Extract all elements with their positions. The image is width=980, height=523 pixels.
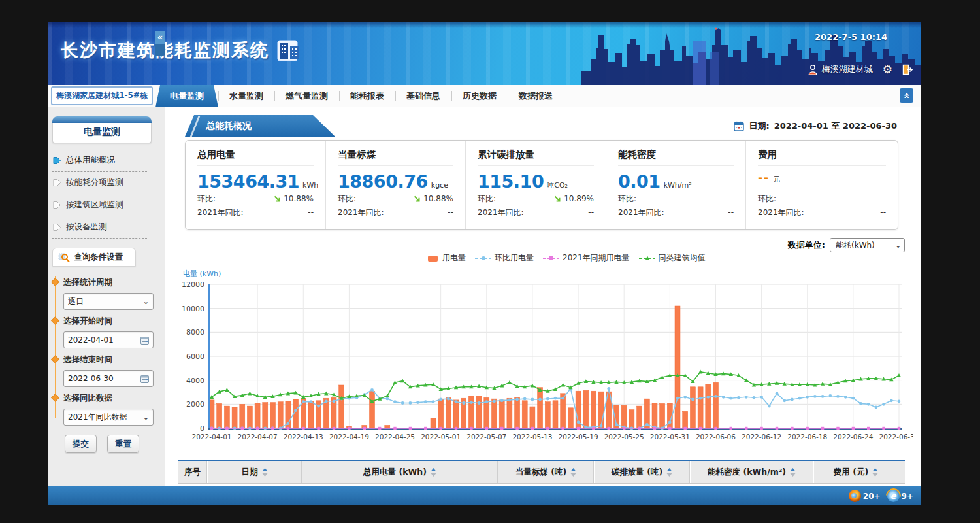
svg-text:2022-06-12: 2022-06-12 [742,433,781,441]
username-label[interactable]: 梅溪湖建材城 [822,63,873,75]
sidebar: 电量监测 总体用能概况 按能耗分项监测 按建筑区域监测 按设备监测 查询条件设置… [48,107,166,486]
table-header-总用电量 (kWh)[interactable]: 总用电量 (kWh) [302,461,498,483]
trend-down-icon [553,195,561,203]
sort-icon[interactable] [666,468,672,477]
trend-down-icon [273,195,281,203]
card-mom-row: 环比: 10.89% [478,192,594,206]
card-yoy-row: 2021年同比:-- [758,206,886,220]
data-unit-select[interactable]: 能耗(kWh)⌄ [830,238,905,252]
svg-text:2022-04-13: 2022-04-13 [284,433,323,441]
tab-历史数据[interactable]: 历史数据 [451,85,508,107]
table-header-费用 (元)[interactable]: 费用 (元) [813,461,898,483]
sort-icon[interactable] [431,468,436,477]
firefox-icon [849,490,861,502]
app-logo: 长沙市建筑能耗监测系统 [61,39,302,62]
card-mom-row: 环比:-- [758,192,886,206]
energy-chart: 0200040006000800010000120002022-04-01202… [182,267,913,456]
query-buttons: 提交 重置 [65,435,165,453]
arrow-right-icon [53,223,61,231]
tab-水量监测[interactable]: 水量监测 [218,85,274,107]
firefox-version-badge: 20+ [849,490,881,502]
table-header-当量标煤 (吨)[interactable]: 当量标煤 (吨) [498,461,594,483]
data-table: 序号日期 总用电量 (kWh) 当量标煤 (吨) 碳排放量 (吨) 能耗密度 (… [178,460,905,484]
svg-text:2022-06-24: 2022-06-24 [833,433,873,441]
chevron-down-icon: ⌄ [896,242,901,249]
table-header-能耗密度 (kWh/m²)[interactable]: 能耗密度 (kWh/m²) [690,461,813,483]
nav-tabs: 电量监测水量监测燃气量监测能耗报表基础信息历史数据数据报送 [155,85,564,107]
svg-text:2022-06-18: 2022-06-18 [787,433,827,441]
chevron-down-icon: ⌄ [143,297,149,306]
sidebar-panel: 电量监测 [52,116,152,143]
svg-text:2022-05-07: 2022-05-07 [466,433,506,441]
header-user-row: 梅溪湖建材城 ⚙ [808,63,913,75]
stat-period-label: 选择统计周期 [63,277,165,288]
logout-icon[interactable] [902,64,913,75]
card-value: 18860.76kgce [338,171,453,192]
svg-text:2022-04-25: 2022-04-25 [375,433,415,441]
query-settings-title: 查询条件设置 [74,252,123,263]
card-yoy-row: 2021年同比:-- [338,206,453,220]
svg-text:0: 0 [200,424,204,433]
user-icon [808,64,818,75]
svg-text:8000: 8000 [186,328,204,337]
building-selector[interactable]: 梅溪湖家居建材城1-5#栋 [51,86,153,105]
calendar-icon [734,121,744,131]
card-title: 能耗密度 [618,148,734,166]
stat-card-累计碳排放量: 累计碳排放量 115.10吨CO₂ 环比: 10.89% 2021年同比:-- [466,141,606,229]
sidebar-menu: 总体用能概况 按能耗分项监测 按建筑区域监测 按设备监测 [52,150,147,239]
tab-电量监测[interactable]: 电量监测 [155,85,218,107]
table-header-日期[interactable]: 日期 [207,461,302,483]
sidebar-item-按能耗分项监测[interactable]: 按能耗分项监测 [52,172,147,194]
table-header-row: 序号日期 总用电量 (kWh) 当量标煤 (吨) 碳排放量 (吨) 能耗密度 (… [178,461,905,484]
svg-text:2022-05-13: 2022-05-13 [512,433,552,441]
card-yoy-row: 2021年同比:-- [618,206,734,220]
tab-数据报送[interactable]: 数据报送 [508,85,564,107]
sidebar-item-总体用能概况[interactable]: 总体用能概况 [52,150,147,172]
sidebar-item-按建筑区域监测[interactable]: 按建筑区域监测 [52,194,147,216]
collapse-up-button[interactable]: « [900,88,913,103]
date-label: 日期: [749,120,769,132]
tab-能耗报表[interactable]: 能耗报表 [339,85,395,107]
svg-text:2022-04-07: 2022-04-07 [238,433,278,441]
end-date-input[interactable]: 2022-06-30 [63,370,154,387]
reset-button[interactable]: 重置 [107,435,139,453]
submit-button[interactable]: 提交 [65,435,97,453]
tab-燃气量监测[interactable]: 燃气量监测 [274,85,339,107]
main-content: 总能耗概况 日期: 2022-04-01 至 2022-06-30 总用电量 1… [165,107,921,486]
query-settings-header: 查询条件设置 [52,248,136,267]
sidebar-item-按设备监测[interactable]: 按设备监测 [52,216,147,239]
legend-item-2021年同期用电量[interactable]: 2021年同期用电量 [543,252,630,263]
data-unit-label: 数据单位: [788,239,825,251]
stat-card-总用电量: 总用电量 153464.31kWh 环比: 10.88% 2021年同比:-- [186,141,326,229]
stat-period-select[interactable]: 逐日⌄ [63,293,154,310]
sort-icon[interactable] [570,468,576,477]
tab-基础信息[interactable]: 基础信息 [395,85,451,107]
settings-gear-icon[interactable]: ⚙ [883,64,892,75]
trend-down-icon [413,195,421,203]
stat-cards: 总用电量 153464.31kWh 环比: 10.88% 2021年同比:-- … [185,140,898,230]
ie-badge-label: 9+ [902,492,913,501]
stat-card-能耗密度: 能耗密度 0.01kWh/m² 环比:-- 2021年同比:-- [606,141,746,229]
sidebar-panel-title: 电量监测 [52,123,152,143]
sidebar-panel-cap [52,116,152,123]
yoy-data-select[interactable]: 2021年同比数据⌄ [63,409,154,426]
footer-bar: 20+ e 9+ [48,486,921,505]
legend-item-同类建筑均值[interactable]: 同类建筑均值 [639,252,706,263]
calendar-icon [140,375,149,383]
sort-icon[interactable] [262,468,268,477]
svg-text:2000: 2000 [186,400,204,409]
sidebar-collapse-handle[interactable]: « [155,31,165,56]
svg-text:6000: 6000 [186,352,204,361]
sort-icon[interactable] [790,468,796,477]
card-yoy-row: 2021年同比:-- [197,206,314,220]
legend-item-环比用电量[interactable]: 环比用电量 [475,252,534,263]
ie-icon: e [887,490,900,502]
table-header-序号: 序号 [178,461,207,483]
legend-item-用电量[interactable]: 用电量 [427,252,466,263]
start-date-input[interactable]: 2022-04-01 [63,331,154,348]
arrow-right-icon [53,156,61,165]
table-header-碳排放量 (吨)[interactable]: 碳排放量 (吨) [594,461,690,483]
card-title: 当量标煤 [338,148,453,166]
sort-icon[interactable] [872,468,878,477]
card-mom-row: 环比: 10.88% [338,192,453,206]
